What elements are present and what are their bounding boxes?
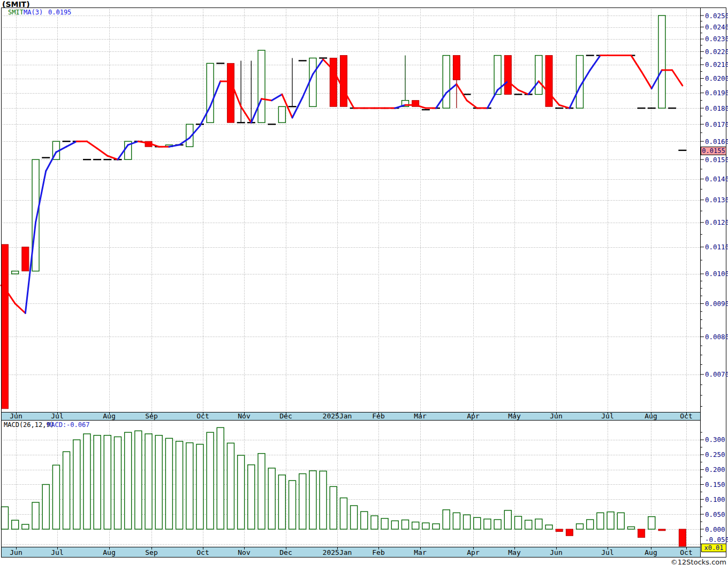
month-label-bottom: Mar xyxy=(414,548,427,556)
macd-bar-negative xyxy=(566,529,573,536)
candle-down xyxy=(2,245,9,409)
month-label-bottom: Dec xyxy=(279,548,292,556)
month-label-top: Oct xyxy=(196,412,209,420)
chart-canvas: 0.02500.02400.02300.02200.02100.02000.01… xyxy=(0,0,728,565)
candle-doji xyxy=(83,159,91,160)
candle-down xyxy=(340,56,347,107)
macd-bar-positive xyxy=(145,434,152,529)
month-label-bottom: 2025Jan xyxy=(323,548,352,556)
candle-up xyxy=(278,106,285,123)
macd-bar-positive xyxy=(155,436,162,529)
ma-line-segment xyxy=(241,106,251,123)
macd-bar-positive xyxy=(545,525,552,529)
macd-bar-positive xyxy=(289,480,296,529)
macd-bar-positive xyxy=(577,524,583,529)
price-tick-label: 0.0180 xyxy=(705,104,728,112)
month-label-bottom: Apr xyxy=(467,548,480,556)
macd-bar-positive xyxy=(32,502,39,529)
month-label-top: Aug xyxy=(103,412,115,420)
macd-tick-label: 0.250 xyxy=(705,451,725,459)
month-label-top: Aug xyxy=(644,412,657,420)
macd-tick-label: -0.050 xyxy=(705,536,728,544)
candle-doji xyxy=(42,157,50,158)
candle-up xyxy=(535,56,542,95)
macd-bar-positive xyxy=(22,524,29,529)
ma-line-segment xyxy=(672,70,682,86)
legend-ma-value: 0.0195 xyxy=(48,9,71,16)
ma-line-segment xyxy=(487,90,497,108)
macd-bar-positive xyxy=(433,524,439,529)
macd-bar-positive xyxy=(361,511,368,529)
stock-chart-page: 0.02500.02400.02300.02200.02100.02000.01… xyxy=(0,0,728,565)
macd-bar-positive xyxy=(453,513,460,529)
macd-bar-positive xyxy=(258,454,265,529)
candle-up xyxy=(12,271,19,274)
macd-bar-positive xyxy=(217,427,224,529)
ma-line-segment xyxy=(66,141,77,147)
candle-doji xyxy=(103,159,111,160)
legend-ma-label: MA(3) xyxy=(24,9,43,16)
month-label-top: Jul xyxy=(51,412,63,420)
macd-bar-positive xyxy=(391,521,398,529)
macd-legend-label: MACD(26,12,9) xyxy=(4,421,54,429)
month-label-top: Feb xyxy=(372,412,385,420)
macd-bar-positive xyxy=(340,498,347,529)
page-title: (SMIT) xyxy=(2,0,30,9)
price-tick-label: 0.0210 xyxy=(705,60,728,68)
month-label-bottom: Jul xyxy=(601,548,613,556)
candle-down xyxy=(453,56,460,80)
ma-line-segment xyxy=(631,56,641,72)
macd-bar-positive xyxy=(535,519,542,529)
macd-bar-positive xyxy=(587,520,594,529)
month-label-bottom: Aug xyxy=(644,548,657,556)
candle-down xyxy=(504,56,511,95)
ma-line-segment xyxy=(467,101,477,108)
macd-bar-positive xyxy=(94,436,101,529)
ma-line-segment xyxy=(15,303,25,313)
macd-bar-positive xyxy=(63,452,70,529)
month-label-top: Jun xyxy=(10,412,22,420)
macd-bar-positive xyxy=(196,444,203,529)
macd-bar-positive xyxy=(371,516,378,529)
copyright: ©12Stocks.com xyxy=(671,558,726,565)
macd-bar-positive xyxy=(627,527,634,529)
last-price-badge: 0.0155 xyxy=(701,147,726,155)
month-label-bottom: Aug xyxy=(103,548,115,556)
macd-bar-negative xyxy=(679,529,686,546)
macd-bar-positive xyxy=(412,522,419,529)
macd-bar-positive xyxy=(494,520,501,529)
macd-bar-positive xyxy=(238,455,245,529)
macd-bar-positive xyxy=(474,517,481,529)
candle-up xyxy=(258,50,265,123)
macd-bar-positive xyxy=(186,443,193,529)
macd-bar-positive xyxy=(176,441,183,529)
macd-bar-positive xyxy=(607,512,614,529)
macd-tick-label: 0.300 xyxy=(705,436,725,444)
price-tick-label: 0.0240 xyxy=(705,23,728,31)
macd-bar-positive xyxy=(104,436,111,529)
price-tick-label: 0.0230 xyxy=(705,35,728,43)
macd-bar-positive xyxy=(73,440,80,529)
price-tick-label: 0.0220 xyxy=(705,48,728,56)
candle-up xyxy=(207,63,214,123)
macd-bar-negative xyxy=(638,529,645,538)
ma-line-segment xyxy=(457,84,467,100)
price-tick-label: 0.0160 xyxy=(705,138,728,146)
month-label-bottom: Jul xyxy=(51,548,63,556)
price-tick-label: 0.0250 xyxy=(705,12,728,20)
macd-bar-positive xyxy=(52,465,59,529)
candle-down xyxy=(22,247,29,271)
ma-line-segment xyxy=(46,152,56,171)
candle-doji xyxy=(638,108,646,109)
candle-doji xyxy=(678,150,686,151)
candle-doji xyxy=(319,57,327,58)
candle-doji xyxy=(555,108,563,109)
macd-tick-label: 0.150 xyxy=(705,480,725,488)
ma-line-segment xyxy=(87,141,97,148)
macd-bar-positive xyxy=(42,484,49,529)
macd-bar-positive xyxy=(525,520,532,529)
macd-bar-positive xyxy=(484,519,491,529)
month-label-top: Oct xyxy=(680,412,692,420)
price-tick-label: 0.0090 xyxy=(705,300,728,308)
price-tick-label: 0.0070 xyxy=(705,370,728,378)
